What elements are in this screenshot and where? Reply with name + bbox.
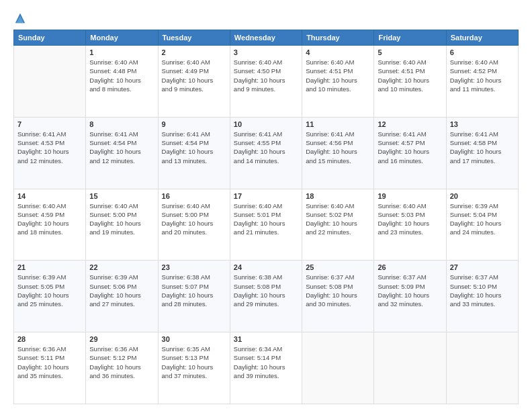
day-info: Sunrise: 6:40 AMSunset: 4:50 PMDaylight:… — [234, 58, 298, 93]
day-number: 30 — [162, 335, 226, 343]
day-header-friday: Friday — [374, 30, 446, 46]
day-info: Sunrise: 6:34 AMSunset: 5:14 PMDaylight:… — [234, 345, 298, 380]
day-number: 29 — [89, 335, 154, 343]
day-info: Sunrise: 6:36 AMSunset: 5:12 PMDaylight:… — [89, 345, 154, 380]
day-number: 18 — [306, 192, 370, 200]
calendar-cell: 14Sunrise: 6:40 AMSunset: 4:59 PMDayligh… — [14, 189, 86, 261]
day-info: Sunrise: 6:41 AMSunset: 4:54 PMDaylight:… — [162, 130, 226, 165]
calendar-cell: 21Sunrise: 6:39 AMSunset: 5:05 PMDayligh… — [14, 261, 86, 332]
day-number: 20 — [450, 192, 515, 200]
day-info: Sunrise: 6:41 AMSunset: 4:56 PMDaylight:… — [306, 130, 370, 165]
calendar-cell: 4Sunrise: 6:40 AMSunset: 4:51 PMDaylight… — [302, 46, 374, 118]
calendar-cell: 27Sunrise: 6:37 AMSunset: 5:10 PMDayligh… — [446, 261, 518, 332]
day-number: 12 — [378, 120, 442, 128]
day-info: Sunrise: 6:40 AMSunset: 4:59 PMDaylight:… — [17, 201, 82, 237]
day-number: 19 — [378, 192, 442, 200]
day-info: Sunrise: 6:41 AMSunset: 4:53 PMDaylight:… — [17, 130, 82, 165]
day-info: Sunrise: 6:37 AMSunset: 5:09 PMDaylight:… — [378, 273, 442, 308]
calendar-cell: 15Sunrise: 6:40 AMSunset: 5:00 PMDayligh… — [86, 189, 158, 261]
logo-icon — [14, 12, 26, 24]
calendar-cell — [302, 332, 374, 404]
day-number: 25 — [306, 263, 370, 271]
day-info: Sunrise: 6:40 AMSunset: 4:51 PMDaylight:… — [306, 58, 370, 93]
calendar-cell: 19Sunrise: 6:40 AMSunset: 5:03 PMDayligh… — [374, 189, 446, 261]
calendar-cell: 31Sunrise: 6:34 AMSunset: 5:14 PMDayligh… — [230, 332, 302, 404]
day-number: 4 — [306, 48, 370, 56]
calendar-header-row: SundayMondayTuesdayWednesdayThursdayFrid… — [14, 30, 519, 46]
calendar-cell: 22Sunrise: 6:39 AMSunset: 5:06 PMDayligh… — [86, 261, 158, 332]
day-number: 21 — [17, 263, 82, 271]
calendar-cell: 20Sunrise: 6:39 AMSunset: 5:04 PMDayligh… — [446, 189, 518, 261]
day-info: Sunrise: 6:37 AMSunset: 5:08 PMDaylight:… — [306, 273, 370, 308]
calendar-cell: 12Sunrise: 6:41 AMSunset: 4:57 PMDayligh… — [374, 117, 446, 189]
calendar-cell: 10Sunrise: 6:41 AMSunset: 4:55 PMDayligh… — [230, 117, 302, 189]
day-number: 3 — [234, 48, 298, 56]
day-header-saturday: Saturday — [446, 30, 518, 46]
day-number: 17 — [234, 192, 298, 200]
day-info: Sunrise: 6:40 AMSunset: 5:00 PMDaylight:… — [89, 201, 154, 237]
week-row-3: 21Sunrise: 6:39 AMSunset: 5:05 PMDayligh… — [14, 261, 519, 332]
day-header-monday: Monday — [86, 30, 158, 46]
day-number: 1 — [89, 48, 154, 56]
day-info: Sunrise: 6:38 AMSunset: 5:07 PMDaylight:… — [162, 273, 226, 308]
day-info: Sunrise: 6:40 AMSunset: 4:48 PMDaylight:… — [89, 58, 154, 93]
day-number: 28 — [17, 335, 82, 343]
calendar-cell: 24Sunrise: 6:38 AMSunset: 5:08 PMDayligh… — [230, 261, 302, 332]
day-number: 6 — [450, 48, 515, 56]
calendar-cell — [374, 332, 446, 404]
day-header-wednesday: Wednesday — [230, 30, 302, 46]
calendar-cell: 13Sunrise: 6:41 AMSunset: 4:58 PMDayligh… — [446, 117, 518, 189]
calendar-cell: 7Sunrise: 6:41 AMSunset: 4:53 PMDaylight… — [14, 117, 86, 189]
day-header-sunday: Sunday — [14, 30, 86, 46]
calendar-cell: 23Sunrise: 6:38 AMSunset: 5:07 PMDayligh… — [158, 261, 230, 332]
day-number: 9 — [162, 120, 226, 128]
calendar-cell: 6Sunrise: 6:40 AMSunset: 4:52 PMDaylight… — [446, 46, 518, 118]
day-number: 16 — [162, 192, 226, 200]
day-info: Sunrise: 6:40 AMSunset: 5:01 PMDaylight:… — [234, 201, 298, 237]
day-number: 24 — [234, 263, 298, 271]
calendar-cell: 29Sunrise: 6:36 AMSunset: 5:12 PMDayligh… — [86, 332, 158, 404]
day-info: Sunrise: 6:40 AMSunset: 5:00 PMDaylight:… — [162, 201, 226, 237]
page: SundayMondayTuesdayWednesdayThursdayFrid… — [0, 0, 532, 411]
week-row-2: 14Sunrise: 6:40 AMSunset: 4:59 PMDayligh… — [14, 189, 519, 261]
day-info: Sunrise: 6:38 AMSunset: 5:08 PMDaylight:… — [234, 273, 298, 308]
calendar-cell: 2Sunrise: 6:40 AMSunset: 4:49 PMDaylight… — [158, 46, 230, 118]
day-number: 11 — [306, 120, 370, 128]
day-number: 14 — [17, 192, 82, 200]
logo — [13, 12, 27, 24]
calendar-cell: 1Sunrise: 6:40 AMSunset: 4:48 PMDaylight… — [86, 46, 158, 118]
calendar-table: SundayMondayTuesdayWednesdayThursdayFrid… — [13, 30, 519, 404]
day-info: Sunrise: 6:39 AMSunset: 5:04 PMDaylight:… — [450, 201, 515, 237]
day-info: Sunrise: 6:40 AMSunset: 4:51 PMDaylight:… — [378, 58, 442, 93]
calendar-cell: 26Sunrise: 6:37 AMSunset: 5:09 PMDayligh… — [374, 261, 446, 332]
week-row-1: 7Sunrise: 6:41 AMSunset: 4:53 PMDaylight… — [14, 117, 519, 189]
day-info: Sunrise: 6:40 AMSunset: 5:03 PMDaylight:… — [378, 201, 442, 237]
day-info: Sunrise: 6:41 AMSunset: 4:55 PMDaylight:… — [234, 130, 298, 165]
calendar-cell: 30Sunrise: 6:35 AMSunset: 5:13 PMDayligh… — [158, 332, 230, 404]
header — [13, 12, 519, 24]
day-number: 5 — [378, 48, 442, 56]
calendar-cell: 8Sunrise: 6:41 AMSunset: 4:54 PMDaylight… — [86, 117, 158, 189]
day-info: Sunrise: 6:37 AMSunset: 5:10 PMDaylight:… — [450, 273, 515, 308]
day-number: 27 — [450, 263, 515, 271]
day-number: 22 — [89, 263, 154, 271]
day-info: Sunrise: 6:41 AMSunset: 4:58 PMDaylight:… — [450, 130, 515, 165]
day-header-tuesday: Tuesday — [158, 30, 230, 46]
calendar-cell: 11Sunrise: 6:41 AMSunset: 4:56 PMDayligh… — [302, 117, 374, 189]
calendar-cell — [14, 46, 86, 118]
day-number: 15 — [89, 192, 154, 200]
day-info: Sunrise: 6:40 AMSunset: 5:02 PMDaylight:… — [306, 201, 370, 237]
calendar-cell: 28Sunrise: 6:36 AMSunset: 5:11 PMDayligh… — [14, 332, 86, 404]
calendar-cell: 25Sunrise: 6:37 AMSunset: 5:08 PMDayligh… — [302, 261, 374, 332]
day-info: Sunrise: 6:36 AMSunset: 5:11 PMDaylight:… — [17, 345, 82, 380]
calendar-cell: 3Sunrise: 6:40 AMSunset: 4:50 PMDaylight… — [230, 46, 302, 118]
day-number: 8 — [89, 120, 154, 128]
day-number: 31 — [234, 335, 298, 343]
day-number: 13 — [450, 120, 515, 128]
day-info: Sunrise: 6:35 AMSunset: 5:13 PMDaylight:… — [162, 345, 226, 380]
calendar-cell: 16Sunrise: 6:40 AMSunset: 5:00 PMDayligh… — [158, 189, 230, 261]
day-info: Sunrise: 6:39 AMSunset: 5:05 PMDaylight:… — [17, 273, 82, 308]
day-header-thursday: Thursday — [302, 30, 374, 46]
day-info: Sunrise: 6:40 AMSunset: 4:49 PMDaylight:… — [162, 58, 226, 93]
day-number: 23 — [162, 263, 226, 271]
